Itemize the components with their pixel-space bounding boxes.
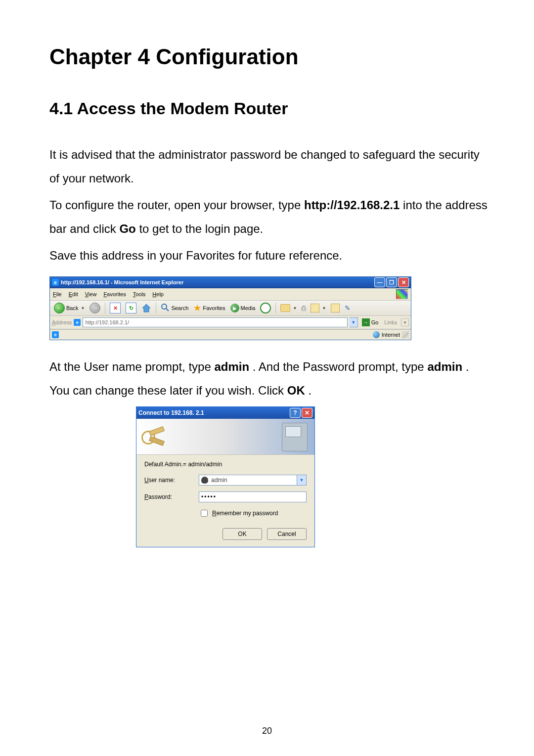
text: . And the Password prompt, type (253, 360, 428, 373)
paragraph-1: It is advised that the administrator pas… (49, 143, 490, 190)
print-button[interactable]: ⎙ (300, 302, 308, 314)
home-button[interactable] (139, 302, 153, 314)
svg-point-1 (162, 304, 167, 309)
dialog-body: Default Admin.= admin/admin User name: a… (136, 455, 314, 547)
chevron-down-icon: ▼ (322, 306, 326, 311)
separator (105, 303, 105, 313)
keys-icon (141, 426, 163, 447)
menu-help[interactable]: Help (152, 291, 164, 297)
ok-button[interactable]: OK (222, 528, 262, 540)
password-input[interactable] (199, 491, 307, 502)
links-chevron-icon[interactable]: » (401, 318, 409, 326)
dialog-title: Connect to 192.168. 2.1 (138, 409, 204, 416)
go-arrow-icon: → (362, 318, 370, 326)
windows-flag-icon (396, 289, 408, 299)
dialog-buttons: OK Cancel (144, 528, 307, 540)
stop-button[interactable]: ✕ (108, 302, 123, 314)
paragraph-3: Save this address in your Favorites for … (49, 244, 490, 267)
mail-folder-icon (280, 304, 290, 312)
remember-label[interactable]: Remember my password (212, 510, 278, 517)
text: At the User name prompt, type (49, 360, 214, 373)
discuss-button[interactable] (329, 302, 342, 314)
chevron-down-icon: ▼ (293, 306, 297, 311)
remember-checkbox[interactable] (201, 510, 208, 517)
star-icon: ★ (193, 303, 201, 313)
username-input[interactable]: admin (199, 475, 297, 486)
dialog-titlebar: Connect to 192.168. 2.1 ? ✕ (136, 407, 314, 419)
dialog-close-button[interactable]: ✕ (302, 408, 312, 418)
edit-icon: ✎ (345, 304, 351, 312)
menu-view[interactable]: View (85, 291, 97, 297)
history-icon (260, 303, 271, 313)
size-button[interactable]: ▼ (309, 302, 328, 314)
minimize-button[interactable]: — (374, 277, 385, 287)
dialog-hint: Default Admin.= admin/admin (144, 461, 307, 468)
edit-button[interactable]: ✎ (343, 302, 353, 314)
status-page-icon: e (52, 331, 59, 338)
history-button[interactable] (258, 302, 273, 314)
refresh-icon: ↻ (126, 303, 136, 313)
mail-button[interactable]: ▼ (278, 302, 299, 314)
paragraph-4: At the User name prompt, type admin . An… (49, 355, 490, 402)
user-icon (201, 477, 208, 484)
dialog-help-button[interactable]: ? (290, 408, 301, 418)
password-row: Password: (144, 491, 307, 502)
media-button[interactable]: ▶ Media (228, 302, 258, 314)
go-button[interactable]: → Go (360, 318, 381, 326)
ie-toolbar: ← Back ▼ → ✕ ↻ (50, 301, 411, 316)
stop-icon: ✕ (110, 303, 121, 313)
ie-window: e http://192.168.16.1/ - Microsoft Inter… (49, 276, 411, 340)
refresh-button[interactable]: ↻ (124, 302, 138, 314)
ie-logo-icon: e (52, 279, 59, 286)
forward-button[interactable]: → (88, 302, 102, 314)
window-title: http://192.168.16.1/ - Microsoft Interne… (61, 279, 183, 285)
chevron-down-icon: ▼ (81, 306, 85, 311)
search-button[interactable]: Search (159, 302, 190, 314)
ie-addressbar: Address e ▼ → Go Links » (50, 316, 411, 329)
svg-line-2 (166, 309, 169, 311)
search-icon (161, 303, 170, 313)
print-icon: ⎙ (302, 304, 306, 312)
separator (156, 303, 156, 313)
text: To configure the router, open your brows… (49, 198, 304, 212)
inline-admin-2: admin (427, 360, 462, 373)
size-icon (311, 304, 319, 312)
go-label: Go (371, 319, 379, 325)
resize-grip-icon (402, 331, 409, 338)
ie-statusbar: e Internet (50, 329, 411, 340)
back-button[interactable]: ← Back ▼ (52, 302, 87, 314)
ie-page-icon: e (74, 319, 81, 326)
manual-page: Chapter 4 Configuration 4.1 Access the M… (0, 0, 534, 756)
connect-dialog: Connect to 192.168. 2.1 ? ✕ Default Admi… (136, 406, 315, 547)
favorites-button[interactable]: ★ Favorites (191, 302, 227, 314)
menu-favorites[interactable]: Favorites (103, 291, 126, 297)
menu-file[interactable]: File (53, 291, 62, 297)
text: to get to the login page. (139, 222, 263, 235)
paragraph-2: To configure the router, open your brows… (49, 193, 490, 241)
ie-titlebar: e http://192.168.16.1/ - Microsoft Inter… (50, 277, 411, 288)
server-icon (282, 423, 308, 451)
address-dropdown-button[interactable]: ▼ (350, 317, 358, 327)
close-button[interactable]: ✕ (398, 277, 409, 287)
remember-row: Remember my password (199, 508, 307, 518)
cancel-button[interactable]: Cancel (267, 528, 307, 540)
maximize-button[interactable]: ❐ (386, 277, 397, 287)
text: . (308, 384, 312, 397)
username-label: User name: (144, 477, 199, 484)
menu-edit[interactable]: Edit (69, 291, 78, 297)
page-number: 20 (0, 726, 534, 736)
username-value: admin (211, 477, 227, 484)
section-heading: 4.1 Access the Modem Router (49, 99, 490, 118)
favorites-label: Favorites (203, 305, 225, 311)
internet-zone-icon (373, 331, 380, 338)
links-label[interactable]: Links (382, 319, 399, 325)
username-combo[interactable]: admin ▼ (199, 475, 307, 486)
username-dropdown-button[interactable]: ▼ (297, 475, 307, 486)
inline-admin-1: admin (214, 360, 249, 373)
forward-arrow-icon: → (89, 303, 100, 313)
menu-tools[interactable]: Tools (133, 291, 146, 297)
inline-ok: OK (287, 384, 305, 397)
address-label: Address (52, 319, 72, 325)
address-input[interactable] (83, 317, 347, 327)
ie-menubar: File Edit View Favorites Tools Help (50, 288, 411, 301)
